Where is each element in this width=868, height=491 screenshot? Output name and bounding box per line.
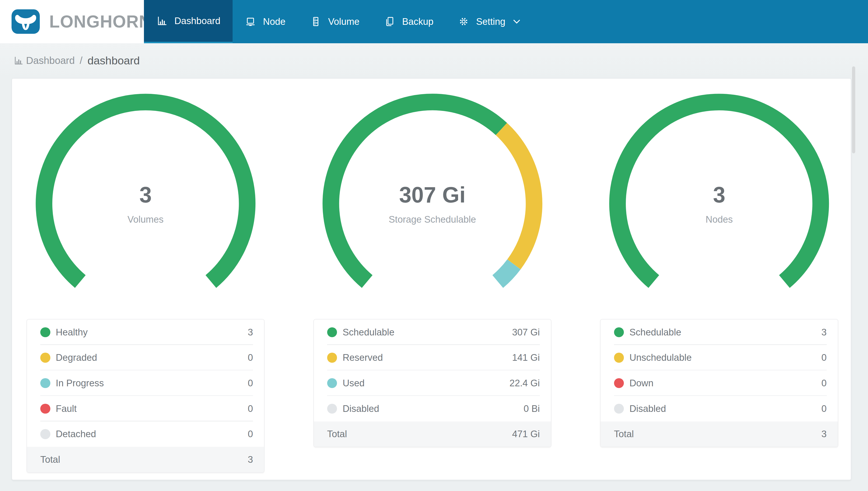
legend-label: Degraded xyxy=(56,352,97,363)
longhorn-dashboard-app: LONGHORN Dashboard Node xyxy=(0,0,868,491)
bar-chart-icon xyxy=(156,15,168,27)
legend-color-dot xyxy=(40,404,50,414)
legend-value: 3 xyxy=(822,327,827,338)
legend-row-disabled: Disabled0 xyxy=(600,396,838,422)
gauge-center-label: Nodes xyxy=(706,214,733,225)
volumes-legend-table: Healthy3Degraded0In Progress0Fault0Detac… xyxy=(27,319,265,473)
volume-stack-icon xyxy=(310,16,321,27)
gauge-panels: 3 Volumes Healthy3Degraded0In Progress0F… xyxy=(12,79,851,473)
breadcrumb: Dashboard / dashboard xyxy=(0,43,868,78)
legend-value: 0 xyxy=(822,378,827,388)
legend-value: 0 xyxy=(248,378,253,388)
legend-row-schedulable: Schedulable3 xyxy=(600,319,838,345)
legend-row-down: Down0 xyxy=(600,370,838,396)
backup-copy-icon xyxy=(384,16,396,27)
legend-row-reserved: Reserved141 Gi xyxy=(314,345,551,371)
legend-value: 0 xyxy=(822,352,827,363)
nav-item-label: Dashboard xyxy=(175,16,220,26)
legend-total-row: Total 471 Gi xyxy=(314,422,551,447)
legend-label: Unschedulable xyxy=(629,352,692,363)
legend-label: Used xyxy=(343,378,365,388)
legend-row-degraded: Degraded0 xyxy=(27,345,264,371)
total-label: Total xyxy=(40,454,60,465)
nav-item-volume[interactable]: Volume xyxy=(298,0,372,43)
legend-label: Reserved xyxy=(343,352,383,363)
legend-total-row: Total 3 xyxy=(27,447,264,472)
legend-value: 22.4 Gi xyxy=(509,378,539,388)
storage-gauge: 307 Gi Storage Schedulable xyxy=(322,93,543,315)
nodes-gauge: 3 Nodes xyxy=(609,93,830,315)
gauge-center-value: 307 Gi xyxy=(399,182,466,207)
legend-color-dot xyxy=(327,327,337,338)
legend-value: 3 xyxy=(248,327,253,338)
total-label: Total xyxy=(327,429,347,439)
legend-row-disabled: Disabled0 Bi xyxy=(314,396,551,422)
breadcrumb-current-page: dashboard xyxy=(87,54,140,67)
nav-item-label: Backup xyxy=(402,16,434,27)
longhorn-logo-icon xyxy=(11,9,40,34)
total-label: Total xyxy=(614,429,634,439)
dashboard-card: 3 Volumes Healthy3Degraded0In Progress0F… xyxy=(11,78,851,480)
legend-label: In Progress xyxy=(56,378,104,388)
total-value: 3 xyxy=(248,454,253,465)
legend-row-in-progress: In Progress0 xyxy=(27,370,264,396)
legend-value: 0 xyxy=(248,403,253,414)
laptop-icon xyxy=(245,16,256,27)
main-menu: Dashboard Node Volu xyxy=(144,0,532,43)
legend-label: Fault xyxy=(56,403,76,414)
nav-item-setting[interactable]: Setting xyxy=(445,0,532,43)
legend-value: 0 xyxy=(248,352,253,363)
legend-row-used: Used22.4 Gi xyxy=(314,370,551,396)
legend-label: Healthy xyxy=(56,327,88,338)
nav-item-label: Setting xyxy=(476,16,505,27)
gauge-center-value: 3 xyxy=(713,182,725,207)
legend-color-dot xyxy=(614,404,624,414)
storage-panel: 307 Gi Storage Schedulable Schedulable30… xyxy=(313,93,551,473)
legend-color-dot xyxy=(614,378,624,388)
nav-item-label: Volume xyxy=(328,16,360,27)
legend-value: 307 Gi xyxy=(512,327,540,338)
legend-row-fault: Fault0 xyxy=(27,396,264,422)
brand[interactable]: LONGHORN xyxy=(0,0,144,43)
volumes-gauge: 3 Volumes xyxy=(35,93,256,315)
volumes-panel: 3 Volumes Healthy3Degraded0In Progress0F… xyxy=(27,93,265,473)
vertical-scrollbar-thumb[interactable] xyxy=(852,66,856,153)
legend-color-dot xyxy=(40,353,50,363)
total-value: 3 xyxy=(822,429,827,439)
legend-value: 0 xyxy=(248,429,253,439)
gear-icon xyxy=(458,16,469,27)
breadcrumb-section[interactable]: Dashboard xyxy=(26,55,75,66)
gauge-center-value: 3 xyxy=(139,182,152,207)
legend-row-schedulable: Schedulable307 Gi xyxy=(314,319,551,345)
legend-row-healthy: Healthy3 xyxy=(27,319,264,345)
legend-color-dot xyxy=(40,378,50,388)
legend-color-dot xyxy=(40,327,50,338)
legend-color-dot xyxy=(327,378,337,388)
nodes-legend-table: Schedulable3Unschedulable0Down0Disabled0… xyxy=(600,319,838,447)
legend-row-unschedulable: Unschedulable0 xyxy=(600,345,838,371)
legend-label: Down xyxy=(629,378,654,388)
chevron-down-icon xyxy=(513,20,520,24)
nav-item-node[interactable]: Node xyxy=(232,0,298,43)
legend-label: Disabled xyxy=(343,403,379,414)
top-nav: LONGHORN Dashboard Node xyxy=(0,0,868,43)
legend-label: Schedulable xyxy=(343,327,395,338)
nav-item-label: Node xyxy=(263,16,286,27)
legend-value: 0 Bi xyxy=(524,403,540,414)
nav-item-backup[interactable]: Backup xyxy=(372,0,445,43)
legend-color-dot xyxy=(614,353,624,363)
brand-name: LONGHORN xyxy=(50,12,152,31)
legend-color-dot xyxy=(614,327,624,338)
legend-total-row: Total 3 xyxy=(600,422,838,447)
gauge-center-label: Volumes xyxy=(127,214,163,225)
total-value: 471 Gi xyxy=(512,429,540,439)
legend-color-dot xyxy=(327,353,337,363)
storage-legend-table: Schedulable307 GiReserved141 GiUsed22.4 … xyxy=(313,319,551,447)
legend-value: 0 xyxy=(822,403,827,414)
legend-value: 141 Gi xyxy=(512,352,540,363)
legend-row-detached: Detached0 xyxy=(27,422,264,447)
legend-label: Schedulable xyxy=(629,327,681,338)
gauge-center-label: Storage Schedulable xyxy=(389,214,476,225)
legend-color-dot xyxy=(40,429,50,439)
nav-item-dashboard[interactable]: Dashboard xyxy=(144,0,232,43)
